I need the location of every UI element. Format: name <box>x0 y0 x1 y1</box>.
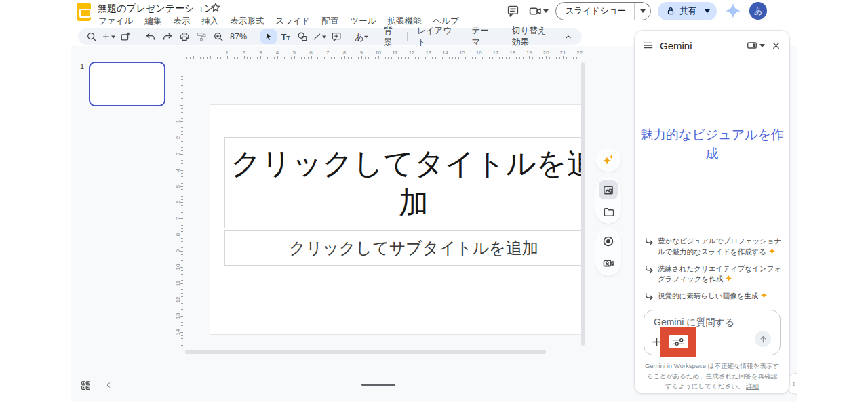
gemini-input[interactable]: Gemini に質問する <box>644 310 781 355</box>
gemini-spark-button[interactable] <box>724 1 743 20</box>
background-button[interactable]: 背景 <box>378 25 403 48</box>
image-search-button[interactable] <box>599 180 618 199</box>
line-tool-button[interactable] <box>311 29 328 44</box>
highlight-overlay[interactable] <box>660 327 696 357</box>
text-style-button[interactable]: あ <box>353 29 370 44</box>
transition-button[interactable]: 切り替え効果 <box>507 25 559 48</box>
insert-comment-button[interactable] <box>328 29 344 44</box>
theme-button[interactable]: テーマ <box>466 25 498 48</box>
paint-format-button[interactable] <box>193 29 210 44</box>
avatar[interactable]: あ <box>749 2 767 20</box>
new-slide-button[interactable] <box>100 29 117 44</box>
document-title[interactable]: 無題のプレゼンテーション <box>98 3 214 15</box>
separator <box>349 32 349 41</box>
shapes-button[interactable] <box>294 29 311 44</box>
prompt-arrow-icon <box>644 237 653 246</box>
gemini-suggestion[interactable]: 豊かなビジュアルでプロフェッショナルで魅力的なスライドを作成する <box>644 236 784 258</box>
star-icon[interactable] <box>210 2 222 14</box>
menu-item[interactable]: ツール <box>349 15 377 28</box>
subtitle-placeholder-text: クリックしてサブタイトルを追加 <box>225 237 582 259</box>
sparkle-icon <box>725 275 732 282</box>
camera-record-button[interactable] <box>599 254 617 272</box>
gemini-panel: Gemini 魅力的なビジュアルを作成 豊かなビジュアルでプロフェッショナルで魅… <box>634 30 790 394</box>
menu-item[interactable]: スライド <box>274 15 311 28</box>
folder-button[interactable] <box>599 203 617 220</box>
arrow-up-icon <box>759 335 768 344</box>
prompt-arrow-icon <box>644 292 653 301</box>
zoom-select[interactable]: 87% <box>227 29 252 44</box>
zoom-in-button[interactable] <box>210 29 226 44</box>
magic-sparkle-button[interactable] <box>599 151 617 169</box>
meet-button[interactable] <box>529 5 549 18</box>
subtitle-placeholder[interactable]: クリックしてサブタイトルを追加 <box>224 230 582 266</box>
select-tool-button[interactable] <box>260 29 277 44</box>
gemini-suggestion[interactable]: 視覚的に素晴らしい画像を生成 <box>644 291 784 302</box>
close-icon[interactable] <box>771 41 781 51</box>
gemini-panel-header: Gemini <box>635 31 789 60</box>
suggestion-text: 視覚的に素晴らしい画像を生成 <box>658 292 758 300</box>
chevron-down-icon <box>322 35 326 39</box>
speaker-notes-handle[interactable] <box>361 384 395 386</box>
title-placeholder[interactable]: クリックしてタイトルを追加 <box>224 137 582 228</box>
canvas-viewport: クリックしてタイトルを追加 クリックしてサブタイトルを追加 <box>185 61 582 347</box>
gemini-suggestion[interactable]: 洗練されたクリエイティブなインフォグラフィックを作成 <box>644 264 784 285</box>
send-button[interactable] <box>755 331 771 347</box>
menu-item[interactable]: ファイル <box>97 15 134 28</box>
menu-item[interactable]: 表示形式 <box>229 15 265 28</box>
print-button[interactable] <box>176 29 193 44</box>
comments-button[interactable] <box>505 2 522 20</box>
suggestion-text: 豊かなビジュアルでプロフェッショナルで魅力的なスライドを作成する <box>658 237 781 256</box>
menu-item[interactable]: 挿入 <box>200 15 220 28</box>
collapse-filmstrip-button[interactable] <box>102 379 115 391</box>
menu-item[interactable]: 表示 <box>172 15 191 28</box>
share-label: 共有 <box>679 5 696 17</box>
menu-icon[interactable] <box>643 40 654 51</box>
zoom-value: 87% <box>229 32 250 41</box>
gemini-headline: 魅力的なビジュアルを作成 <box>639 125 785 163</box>
title-placeholder-text: クリックしてタイトルを追加 <box>225 144 582 221</box>
collapse-toolbar-button[interactable] <box>560 29 576 44</box>
slides-logo-icon[interactable] <box>77 3 91 21</box>
disclaimer-text: Gemini in Workspace は不正確な情報を表示することがあるため、… <box>645 362 779 390</box>
chevron-down-icon <box>760 44 765 47</box>
search-menus-button[interactable] <box>83 29 100 44</box>
gemini-suggestions: 豊かなビジュアルでプロフェッショナルで魅力的なスライドを作成する 洗練されたクリ… <box>644 236 784 308</box>
chevron-down-icon <box>364 35 368 39</box>
chevron-down-icon <box>111 35 115 39</box>
text-style-glyph: あ <box>355 33 363 41</box>
share-options-button[interactable] <box>701 9 710 13</box>
slideshow-options-button[interactable] <box>634 3 650 20</box>
separator <box>256 32 256 41</box>
chevron-down-icon <box>543 9 549 13</box>
share-button[interactable]: 共有 <box>658 2 717 20</box>
gemini-quick-pill <box>595 148 621 172</box>
panel-view-button[interactable] <box>747 40 765 51</box>
details-link[interactable]: 詳細 <box>746 382 759 390</box>
slideshow-label: スライドショー <box>556 5 634 17</box>
slide-number: 1 <box>80 62 84 71</box>
grid-view-button[interactable] <box>79 379 92 391</box>
horizontal-ruler: 12345678910111213141516171819202122 <box>185 49 582 60</box>
horizontal-scrollbar[interactable] <box>185 350 546 354</box>
toolbar: 87% TT あ 背景 レイアウト テーマ 切り替え効果 <box>78 28 582 45</box>
text-box-button[interactable]: TT <box>277 29 294 44</box>
slide-thumbnail[interactable] <box>89 62 165 106</box>
menu-item[interactable]: 配置 <box>320 15 340 28</box>
sparkle-icon <box>768 247 776 255</box>
slideshow-button[interactable]: スライドショー <box>555 2 651 20</box>
undo-button[interactable] <box>142 29 159 44</box>
suggestion-text: 洗練されたクリエイティブなインフォグラフィックを作成 <box>658 264 781 283</box>
separator <box>138 32 138 41</box>
redo-button[interactable] <box>159 29 176 44</box>
separator <box>407 32 408 41</box>
present-new-tab-button[interactable] <box>117 29 134 44</box>
layout-button[interactable]: レイアウト <box>412 25 458 48</box>
panel-layout-icon <box>747 40 757 51</box>
record-button[interactable] <box>599 233 617 250</box>
vertical-scrollbar[interactable] <box>581 62 585 346</box>
slide-canvas[interactable]: クリックしてタイトルを追加 クリックしてサブタイトルを追加 <box>210 105 582 334</box>
google-slides-app: 無題のプレゼンテーション ファイル編集表示挿入表示形式スライド配置ツール拡張機能… <box>71 0 797 402</box>
vertical-ruler: 1234567891011121314 <box>174 61 184 347</box>
menu-item[interactable]: 編集 <box>143 15 163 28</box>
insert-tools-pill <box>595 177 621 224</box>
